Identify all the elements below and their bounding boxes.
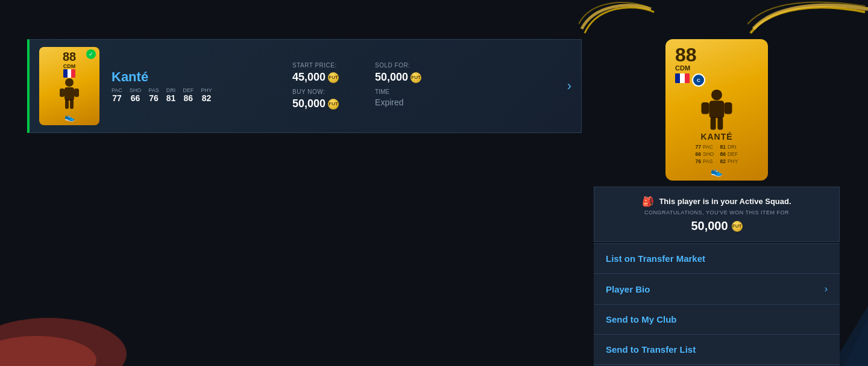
stat-def-label: DEF bbox=[183, 87, 193, 93]
info-box-price: 50,000 FUT bbox=[604, 219, 829, 233]
large-stat-pac: 77 PAC bbox=[696, 144, 714, 150]
player-info: Kanté PAC 77 SHO 66 PAS 76 DRI bbox=[112, 69, 280, 103]
stat-pac: PAC 77 bbox=[112, 87, 122, 103]
send-my-club-button[interactable]: Send to My Club bbox=[594, 304, 840, 334]
large-stat-col-2: 81 DRI 86 DEF 82 PHY bbox=[720, 144, 738, 164]
svg-rect-13 bbox=[717, 117, 723, 130]
time-label: TIME bbox=[375, 88, 403, 95]
stat-pac-label: PAC bbox=[112, 87, 122, 93]
player-silhouette-icon bbox=[51, 78, 87, 111]
player-card-large: 88 CDM C bbox=[665, 39, 768, 181]
stat-sho: SHO 66 bbox=[130, 87, 142, 103]
svg-rect-4 bbox=[60, 88, 64, 97]
start-price-value: 45,000 FUT bbox=[292, 71, 339, 84]
player-card-mini: ✓ 88 CDM 👟 bbox=[39, 47, 99, 125]
listing-row: ✓ 88 CDM 👟 bbox=[27, 39, 582, 133]
large-player-silhouette-icon bbox=[678, 89, 756, 131]
info-box-coin-icon: FUT bbox=[732, 221, 743, 232]
listing-chevron-icon[interactable]: › bbox=[567, 78, 571, 94]
svg-rect-5 bbox=[74, 88, 79, 97]
buy-now-row: BUY NOW: 50,000 FUT TIME Expired bbox=[292, 88, 555, 110]
large-stat-def: 86 DEF bbox=[720, 151, 738, 157]
large-card-boots-icon: 👟 bbox=[711, 166, 723, 177]
svg-rect-11 bbox=[724, 102, 732, 114]
stat-def: DEF 86 bbox=[183, 87, 193, 103]
stat-pas: PAS 76 bbox=[148, 87, 159, 103]
card-boots-icon: 👟 bbox=[64, 112, 75, 122]
stat-pac-value: 77 bbox=[112, 93, 122, 103]
fut-coin-icon-start: FUT bbox=[328, 72, 339, 83]
squad-icon: 🎒 bbox=[642, 196, 654, 207]
stat-phy: PHY 82 bbox=[201, 87, 212, 103]
large-stat-dri: 81 DRI bbox=[720, 144, 738, 150]
fut-coin-icon-sold: FUT bbox=[410, 72, 421, 83]
left-panel: ✓ 88 CDM 👟 bbox=[27, 39, 582, 366]
large-stat-pas: 76 PAS bbox=[696, 158, 714, 164]
large-card-position: CDM bbox=[675, 64, 690, 72]
large-stat-col-1: 77 PAC 66 SHO 76 PAS bbox=[696, 144, 714, 164]
send-transfer-list-button[interactable]: Send to Transfer List bbox=[594, 334, 840, 364]
right-panel: 88 CDM C bbox=[594, 39, 840, 366]
stat-pas-label: PAS bbox=[148, 87, 159, 93]
svg-rect-12 bbox=[711, 117, 716, 130]
player-name: Kanté bbox=[112, 69, 280, 85]
stat-phy-label: PHY bbox=[201, 87, 212, 93]
swoosh-right-icon bbox=[747, 0, 868, 39]
stat-dri: DRI 81 bbox=[166, 87, 176, 103]
large-card-rating: 88 bbox=[675, 45, 697, 64]
card-rating: 88 bbox=[63, 51, 76, 63]
sold-for-block: SOLD FOR: 50,000 FUT bbox=[375, 62, 421, 84]
fut-coin-icon-buy: FUT bbox=[328, 99, 339, 110]
large-card-stats: 77 PAC 66 SHO 76 PAS bbox=[696, 144, 738, 164]
buy-now-value: 50,000 FUT bbox=[292, 98, 339, 110]
sold-for-value: 50,000 FUT bbox=[375, 71, 421, 84]
large-player-flag bbox=[675, 73, 690, 83]
svg-rect-7 bbox=[70, 99, 74, 109]
player-bio-button[interactable]: Player Bio › bbox=[594, 273, 840, 304]
svg-point-2 bbox=[65, 78, 74, 87]
card-position: CDM bbox=[63, 63, 76, 69]
stat-phy-value: 82 bbox=[202, 93, 212, 103]
checkmark-icon: ✓ bbox=[86, 49, 96, 59]
buy-now-block: BUY NOW: 50,000 FUT bbox=[292, 88, 339, 110]
info-box: 🎒 This player is in your Active Squad. C… bbox=[594, 187, 840, 242]
player-bio-chevron-icon: › bbox=[825, 284, 828, 294]
svg-rect-10 bbox=[701, 102, 709, 114]
time-block: TIME Expired bbox=[375, 88, 403, 110]
list-transfer-market-button[interactable]: List on Transfer Market bbox=[594, 243, 840, 273]
stat-def-value: 86 bbox=[183, 93, 193, 103]
info-box-title: This player is in your Active Squad. bbox=[659, 197, 791, 206]
info-box-subtitle: CONGRATULATIONS, YOU'VE WON THIS ITEM FO… bbox=[604, 209, 829, 216]
large-flag-club: C bbox=[675, 73, 705, 87]
buy-now-label: BUY NOW: bbox=[292, 88, 339, 95]
large-stat-sho: 66 SHO bbox=[696, 151, 714, 157]
player-card-large-container: 88 CDM C bbox=[594, 39, 840, 181]
large-card-header: 88 CDM C bbox=[670, 45, 763, 87]
large-card-name: KANTÉ bbox=[700, 132, 732, 141]
start-price-label: START PRICE: bbox=[292, 62, 339, 69]
start-price-block: START PRICE: 45,000 FUT bbox=[292, 62, 339, 84]
stat-sho-value: 66 bbox=[131, 93, 140, 103]
svg-point-8 bbox=[711, 90, 722, 101]
svg-rect-6 bbox=[65, 99, 69, 109]
player-flag bbox=[63, 69, 75, 78]
stat-dri-label: DRI bbox=[166, 87, 176, 93]
stat-dri-value: 81 bbox=[166, 93, 176, 103]
player-stats-row: PAC 77 SHO 66 PAS 76 DRI 81 bbox=[112, 87, 280, 103]
svg-rect-9 bbox=[709, 101, 725, 118]
stat-sho-label: SHO bbox=[130, 87, 142, 93]
listing-details: START PRICE: 45,000 FUT SOLD FOR: 50,000… bbox=[292, 62, 555, 110]
stat-pas-value: 76 bbox=[149, 93, 159, 103]
chelsea-badge-icon: C bbox=[692, 73, 705, 87]
sold-for-label: SOLD FOR: bbox=[375, 62, 421, 69]
price-row: START PRICE: 45,000 FUT SOLD FOR: 50,000… bbox=[292, 62, 555, 84]
time-value: Expired bbox=[375, 98, 403, 107]
large-stat-phy: 82 PHY bbox=[720, 158, 738, 164]
swoosh-left-icon bbox=[579, 0, 657, 39]
action-buttons: List on Transfer Market Player Bio › Sen… bbox=[594, 243, 840, 366]
svg-rect-3 bbox=[64, 87, 74, 101]
info-box-title-row: 🎒 This player is in your Active Squad. bbox=[604, 196, 829, 207]
main-container: ✓ 88 CDM 👟 bbox=[27, 39, 841, 366]
